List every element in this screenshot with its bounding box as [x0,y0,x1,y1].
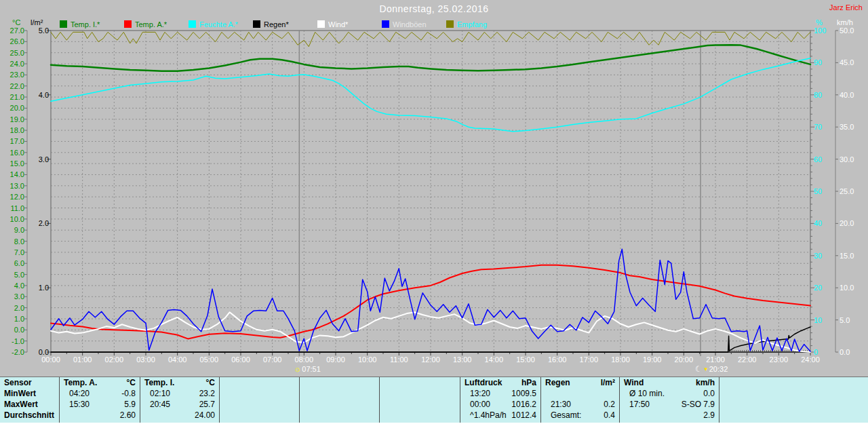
cell-time [545,388,551,399]
cell-time: Ø 10 min. [624,388,665,399]
percent-tick-label: 40 [814,220,822,227]
celsius-tick-label: 13.0 [7,182,24,190]
x-tick-label: 20:00 [669,356,698,364]
celsius-tick-label: 17.0 [7,138,24,145]
table-cell-row: 21:300.2 [541,399,619,410]
column-header-unit: l/m² [601,377,615,388]
cell-time: 00:00 [465,399,490,410]
table-cell-row [380,410,460,421]
lm2-tick-label: 4.0 [31,92,49,99]
cell-time [384,399,389,410]
table-cell-row [220,388,299,399]
cell-value: 2.9 [703,410,715,421]
chart-region: Donnerstag, 25.02.2016 Jarz Erich °C l/m… [0,0,868,377]
kmh-tick-label: 40.0 [840,92,854,99]
cell-time: 21:30 [545,399,571,410]
column-header-unit: hPa [521,377,536,388]
cell-value: 0.2 [604,399,615,410]
table-cell-row [380,388,460,399]
table-column-regen: Regenl/m²21:300.2Gesamt:0.4 [541,377,620,423]
sunset-arrow-icon: ▼ [703,366,709,372]
lm2-tick-label: 3.0 [31,156,49,163]
x-tick-label: 12:00 [416,356,446,364]
x-tick-label: 18:00 [606,356,635,364]
cell-time [384,410,389,421]
x-tick-label: 17:00 [574,356,604,364]
sunset-time: 20:32 [709,365,728,373]
celsius-tick-label: 4.0 [7,282,24,290]
sunrise-marker: ☼ 07:51 [294,365,321,373]
table-column-header: LuftdruckhPa [460,377,540,388]
kmh-tick-label: 45.0 [840,59,854,66]
table-cell-row [220,399,299,410]
column-header-name: Temp. A. [64,377,97,388]
cell-value: 0.4 [604,410,615,421]
table-cell-row: Gesamt:0.4 [541,410,619,421]
x-tick-label: 23:00 [764,356,793,364]
cell-value: 1016.2 [511,399,536,410]
celsius-tick-label: 0.0 [7,326,24,334]
column-header-name: Regen [545,377,570,388]
table-column-header: Temp. A.°C [60,377,140,388]
percent-tick-label: 10 [814,317,822,324]
column-header-name: Luftdruck [465,377,502,388]
celsius-tick-label: 3.0 [7,293,24,301]
percent-tick-label: 80 [814,92,822,99]
celsius-tick-label: 19.0 [7,116,24,123]
x-tick-label: 05:00 [194,356,224,364]
cell-time: 20:45 [144,399,170,410]
x-tick-label: 21:00 [701,356,730,364]
kmh-tick-label: 0.0 [840,349,850,356]
sunset-icon: ☾ [695,365,703,373]
x-tick-label: 10:00 [353,356,382,364]
celsius-tick-label: 22.0 [7,83,24,90]
table-row-label: Sensor [0,377,59,388]
lm2-tick-label: 5.0 [31,27,49,35]
column-header-unit: °C [206,377,215,388]
cell-time: 15:30 [64,399,90,410]
kmh-tick-label: 20.0 [840,220,854,227]
cell-time [384,388,389,399]
celsius-tick-label: 25.0 [7,50,24,57]
x-tick-label: 16:00 [542,356,572,364]
cell-time [224,388,229,399]
celsius-tick-label: 21.0 [7,94,24,101]
cell-value: -0.8 [121,388,136,399]
x-tick-label: 02:00 [99,356,129,364]
x-tick-label: 24:00 [795,356,825,364]
cell-time: 13:20 [465,388,490,399]
table-cell-row [300,399,379,410]
celsius-tick-label: 23.0 [7,71,24,79]
x-tick-label: 15:00 [511,356,540,364]
table-column-empty [380,377,460,423]
table-cell-row: 2.9 [620,410,719,421]
celsius-tick-label: -2.0 [7,349,24,356]
kmh-tick-label: 25.0 [840,188,854,195]
percent-tick-label: 20 [814,284,822,292]
celsius-tick-label: 20.0 [7,104,24,112]
celsius-tick-label: 8.0 [7,238,24,246]
sunrise-time: 07:51 [302,365,321,373]
celsius-tick-label: 5.0 [7,271,24,279]
table-cell-row [300,388,379,399]
cell-time [224,399,229,410]
table-column-filler [719,377,868,423]
table-column-empty [300,377,380,423]
celsius-tick-label: 27.0 [7,27,24,35]
cell-value: 0.0 [703,388,715,399]
x-tick-label: 09:00 [321,356,351,364]
x-tick-label: 14:00 [479,356,509,364]
x-tick-label: 07:00 [258,356,288,364]
table-column-header [300,377,379,388]
table-cell-row [380,399,460,410]
column-header-name: Wind [624,377,644,388]
x-tick-label: 03:00 [131,356,161,364]
celsius-tick-label: 11.0 [7,205,24,212]
cell-time [224,410,229,421]
table-cell-row: ^1.4hPa/h1012.4 [460,410,540,421]
celsius-tick-label: 26.0 [7,38,24,45]
cell-time [304,410,309,421]
table-row-label: MaxWert [0,399,59,410]
cell-value: 24.00 [195,410,215,421]
table-cell-row: 17:50S-SO 7.9 [620,399,719,410]
